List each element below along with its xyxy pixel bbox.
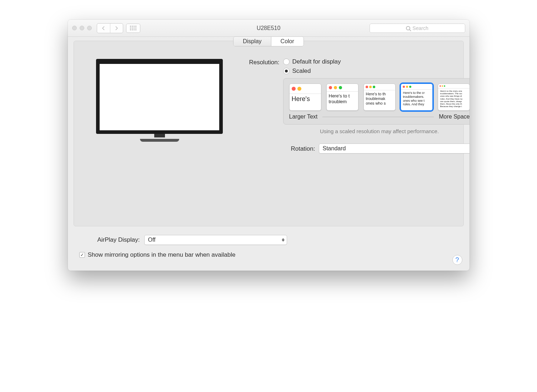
resolution-thumb-1[interactable]: Here's [289,84,321,111]
zoom-icon[interactable] [87,26,92,30]
display-panel: Resolution: Default for display Scaled H… [74,41,464,226]
resolution-thumb-3[interactable]: Here's to th troublemak ones who s [363,84,396,111]
scale-line [322,117,434,117]
rotation-label: Rotation: [283,145,319,152]
mirroring-label: Show mirroring options in the menu bar w… [88,251,236,258]
window-body: Display Color Resolution: Default for di… [68,36,470,271]
tab-display[interactable]: Display [234,37,271,46]
search-input[interactable]: Search [370,24,465,33]
bottom-area: AirPlay Display: Off ✓ Show mirroring op… [74,226,464,265]
resolution-label: Resolution: [238,58,283,66]
resolution-thumb-5[interactable]: Here's to the crazy one troublemakers. T… [438,84,470,111]
resolution-scale-box: Here'sHere's to t troublemHere's to th t… [283,78,470,125]
nav-group [97,23,123,33]
search-icon [406,26,410,30]
thumb-text: Here's to the crazy one troublemakers. T… [438,89,470,109]
rotation-select[interactable]: Standard [319,144,470,154]
radio-scaled[interactable]: Scaled [283,67,470,75]
checkbox-icon: ✓ [79,252,85,258]
performance-note: Using a scaled resolution may affect per… [283,128,470,134]
more-space-label: More Space [439,114,469,120]
preferences-window: U28E510 Search Display Color Resolution: [68,20,470,271]
radio-label: Default for display [292,58,341,65]
rotation-value: Standard [323,145,346,152]
resolution-thumb-4[interactable]: Here's to the cr troublemakers. ones who… [401,84,433,111]
settings-area: Resolution: Default for display Scaled H… [238,55,470,183]
radio-default-for-display[interactable]: Default for display [283,58,470,65]
tab-color[interactable]: Color [271,37,303,46]
traffic-lights [72,26,92,30]
help-button[interactable]: ? [452,255,462,265]
airplay-label: AirPlay Display: [79,236,140,243]
forward-button[interactable] [110,24,123,33]
close-icon[interactable] [72,26,77,30]
back-button[interactable] [97,24,110,33]
mirroring-checkbox-row[interactable]: ✓ Show mirroring options in the menu bar… [79,251,458,258]
radio-icon [283,59,290,65]
monitor-preview [95,55,224,183]
resolution-thumb-2[interactable]: Here's to t troublem [326,84,358,111]
minimize-icon[interactable] [80,26,84,30]
thumb-text: Here's to t troublem [327,92,358,106]
larger-text-label: Larger Text [289,114,318,120]
help-icon: ? [455,256,459,264]
titlebar: U28E510 Search [68,20,470,37]
tab-bar: Display Color [74,36,464,46]
thumb-text: Here's to the cr troublemakers. ones who… [401,90,432,108]
chevron-updown-icon [282,238,285,242]
airplay-value: Off [148,237,156,243]
grid-icon [130,26,136,30]
window-title: U28E510 [257,25,281,31]
search-placeholder: Search [412,25,428,31]
thumb-text: Here's to th troublemak ones who s [364,90,395,107]
show-all-button[interactable] [126,24,140,33]
thumb-text: Here's [290,94,321,105]
airplay-select[interactable]: Off [144,235,287,245]
radio-icon [283,68,290,74]
radio-label: Scaled [292,67,311,75]
